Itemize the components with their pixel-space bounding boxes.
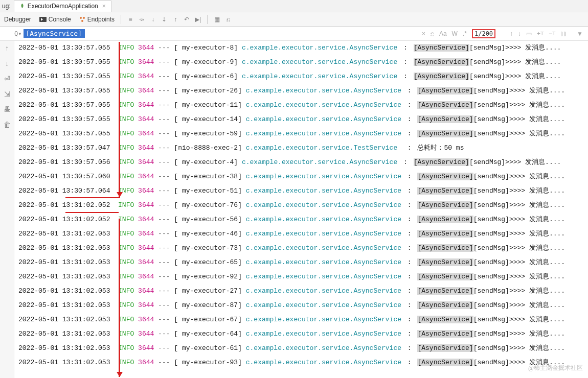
- step-out-icon[interactable]: ↑: [171, 15, 179, 23]
- log-row[interactable]: 2022-05-01 13:31:02.053 INFO 3644 --- [ …: [18, 227, 588, 241]
- debug-toolbar: Debugger Console Endpoints ≡ ⤼ ↓ ⇣ ↑ ↶ ▶…: [0, 12, 588, 27]
- regex-toggle[interactable]: .*: [463, 30, 467, 37]
- remove-selection-icon[interactable]: −⸆: [549, 30, 555, 37]
- endpoints-tab[interactable]: Endpoints: [75, 12, 119, 27]
- show-exec-point-icon[interactable]: ≡: [126, 15, 134, 23]
- scroll-down-icon[interactable]: ↓: [5, 59, 9, 67]
- log-row[interactable]: 2022-05-01 13:31:02.053 INFO 3644 --- [ …: [18, 327, 588, 341]
- run-config-tab[interactable]: ExecutorDemoApplication ×: [14, 1, 111, 12]
- select-occurrences-icon[interactable]: ⫿⫿: [560, 30, 567, 37]
- svg-point-3: [83, 17, 85, 19]
- clear-icon[interactable]: ×: [422, 30, 425, 37]
- drop-frame-icon[interactable]: ↶: [183, 15, 191, 23]
- debug-actions: ≡ ⤼ ↓ ⇣ ↑ ↶ ▶| ▦ ⎌: [123, 15, 235, 24]
- print-icon[interactable]: 🖶: [4, 105, 11, 113]
- trace-icon[interactable]: ⎌: [224, 15, 232, 23]
- log-row[interactable]: 2022-05-01 13:30:57.064 INFO 3644 --- [ …: [18, 184, 588, 198]
- evaluate-icon[interactable]: ▦: [213, 15, 221, 23]
- log-row[interactable]: 2022-05-01 13:31:02.053 INFO 3644 --- [ …: [18, 255, 588, 270]
- log-row[interactable]: 2022-05-01 13:31:02.053 INFO 3644 --- [ …: [18, 313, 588, 327]
- force-step-into-icon[interactable]: ⇣: [160, 15, 168, 23]
- console-icon: [39, 17, 47, 22]
- match-count: 1/200: [472, 29, 495, 38]
- separator: [207, 15, 208, 24]
- log-row[interactable]: 2022-05-01 13:30:57.055 INFO 3644 --- [ …: [18, 41, 588, 55]
- log-row[interactable]: 2022-05-01 13:30:57.055 INFO 3644 --- [ …: [18, 112, 588, 127]
- arrow-down-icon: [117, 192, 123, 197]
- svg-point-4: [81, 20, 83, 22]
- search-options: × ⎌ Aa W .* 1/200 ↑ ↓ ▭ +⸆ −⸆ ⫿⫿ ▼: [422, 29, 588, 38]
- annotation-line: [119, 219, 120, 377]
- match-case-toggle[interactable]: Aa: [439, 30, 447, 37]
- clear-all-icon[interactable]: 🗑: [4, 121, 11, 129]
- svg-point-2: [80, 17, 82, 19]
- annotation-underline: [65, 212, 119, 213]
- left-gutter: ↑ ↓ ⏎ ⇲ 🖶 🗑: [0, 41, 14, 378]
- log-row[interactable]: 2022-05-01 13:31:02.053 INFO 3644 --- [ …: [18, 298, 588, 313]
- log-row[interactable]: 2022-05-01 13:30:57.055 INFO 3644 --- [ …: [18, 55, 588, 69]
- search-bar: Q▾ × ⎌ Aa W .* 1/200 ↑ ↓ ▭ +⸆ −⸆ ⫿⫿ ▼: [0, 27, 588, 41]
- run-to-cursor-icon[interactable]: ▶|: [194, 15, 202, 23]
- log-row[interactable]: 2022-05-01 13:30:57.047 INFO 3644 --- [n…: [18, 141, 588, 155]
- separator: [121, 15, 121, 24]
- log-row[interactable]: 2022-05-01 13:30:57.055 INFO 3644 --- [ …: [18, 84, 588, 98]
- log-row[interactable]: 2022-05-01 13:30:57.055 INFO 3644 --- [ …: [18, 127, 588, 141]
- log-row[interactable]: 2022-05-01 13:30:57.055 INFO 3644 --- [ …: [18, 69, 588, 84]
- soft-wrap-icon[interactable]: ⏎: [4, 75, 10, 83]
- search-input[interactable]: [24, 29, 85, 38]
- prev-match-icon[interactable]: ↑: [510, 30, 513, 37]
- add-selection-icon[interactable]: +⸆: [537, 30, 544, 37]
- title-bar: ug: ExecutorDemoApplication ×: [0, 0, 588, 12]
- arrow-down-icon: [117, 372, 123, 377]
- step-into-icon[interactable]: ↓: [149, 15, 157, 23]
- log-row[interactable]: 2022-05-01 13:31:02.053 INFO 3644 --- [ …: [18, 270, 588, 284]
- console-output[interactable]: @柿主潞金掘术社区 2022-05-01 13:30:57.055 INFO 3…: [14, 41, 588, 378]
- next-match-icon[interactable]: ↓: [518, 30, 521, 37]
- tab-title: ExecutorDemoApplication: [28, 3, 98, 10]
- step-over-icon[interactable]: ⤼: [138, 15, 146, 23]
- log-row[interactable]: 2022-05-01 13:31:02.053 INFO 3644 --- [ …: [18, 284, 588, 298]
- history-icon[interactable]: ⎌: [431, 30, 434, 37]
- log-row[interactable]: 2022-05-01 13:31:02.053 INFO 3644 --- [ …: [18, 241, 588, 255]
- log-row[interactable]: 2022-05-01 13:31:02.053 INFO 3644 --- [ …: [18, 356, 588, 370]
- filter-icon[interactable]: ▼: [577, 30, 583, 37]
- select-all-icon[interactable]: ▭: [526, 30, 532, 37]
- endpoints-icon: [79, 16, 85, 22]
- scroll-up-icon[interactable]: ↑: [5, 44, 9, 52]
- annotation-underline: [65, 197, 119, 198]
- console-tab[interactable]: Console: [35, 12, 75, 27]
- leaf-icon: [19, 3, 25, 10]
- search-prompt[interactable]: Q▾: [14, 30, 21, 37]
- scroll-to-end-icon[interactable]: ⇲: [4, 90, 10, 98]
- log-row[interactable]: 2022-05-01 13:30:57.060 INFO 3644 --- [ …: [18, 170, 588, 184]
- annotation-line: [119, 42, 120, 198]
- debugger-tab[interactable]: Debugger: [0, 12, 35, 27]
- words-toggle[interactable]: W: [452, 30, 458, 37]
- close-icon[interactable]: ×: [102, 3, 106, 10]
- log-row[interactable]: 2022-05-01 13:30:57.055 INFO 3644 --- [ …: [18, 98, 588, 112]
- log-row[interactable]: 2022-05-01 13:30:57.056 INFO 3644 --- [ …: [18, 155, 588, 170]
- log-row[interactable]: 2022-05-01 13:31:02.052 INFO 3644 --- [ …: [18, 198, 588, 212]
- log-row[interactable]: 2022-05-01 13:31:02.052 INFO 3644 --- [ …: [18, 212, 588, 227]
- prefix-label: ug:: [2, 3, 11, 10]
- log-row[interactable]: 2022-05-01 13:31:02.053 INFO 3644 --- [ …: [18, 341, 588, 356]
- watermark: @柿主潞金掘术社区: [528, 361, 583, 375]
